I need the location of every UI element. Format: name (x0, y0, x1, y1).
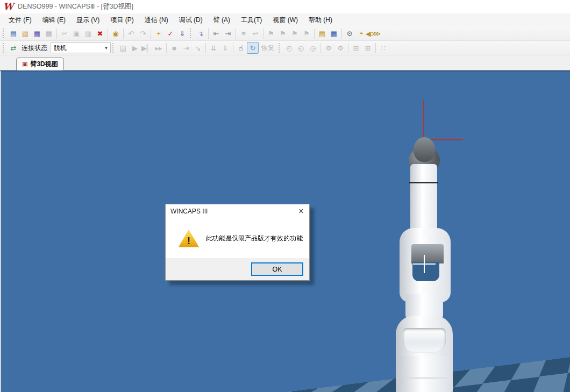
toolbar-separator (314, 28, 315, 39)
log-note-icon[interactable]: ▤ (316, 27, 328, 39)
title-bar: W DENSO999 - WINCAPSⅢ - [臂3D视图] (0, 0, 570, 13)
search-icon[interactable]: ◉ (110, 27, 122, 39)
run-icon: ▶ (129, 42, 141, 54)
toolbar-row-standard: ▤▧▦▦✂▣▥✖◉↶↷+✓⇓ ↴⇤⇥≡↩⚑⚑⚑⚑▤▦⚙◓◀⋙ (0, 26, 570, 41)
save-icon: ▦ (43, 27, 55, 39)
menu-help[interactable]: 帮助 (H) (303, 14, 338, 26)
robot-upper-arm-column (399, 356, 450, 392)
syntax-check-icon[interactable]: ✓ (165, 27, 176, 39)
document-tab-strip: ▣ 臂3D视图 (0, 55, 570, 70)
menu-view[interactable]: 显示 (V) (71, 14, 105, 26)
toolbar-row-debug: ⇄ 连接状态 脱机 ▼ ▤▶▶▏▸▸■⇥↘⇊⇓☝↻恢复 ◴◵◶⚙⚙⊞⊞∷ (0, 41, 570, 55)
menu-bar: 文件 (F)编辑 (E)显示 (V)项目 (P)通信 (N)调试 (D)臂 (A… (0, 13, 570, 26)
open-project-icon[interactable]: ▧ (19, 27, 31, 39)
stop-cycle-icon: ↘ (192, 42, 204, 54)
tab-arm-3d-view[interactable]: ▣ 臂3D视图 (16, 58, 64, 70)
toolbar-separator (56, 28, 57, 39)
dialog-title-bar[interactable]: WINCAPS III × (166, 204, 309, 218)
stop-step-icon: ⇥ (180, 42, 192, 54)
breakpoint-enable-icon: ⚑ (277, 27, 289, 39)
dialog-body: 此功能是仅限产品版才有效的功能 (166, 218, 309, 258)
robot-elbow-joint-cylinder (403, 328, 446, 353)
robot-tool-flange (414, 137, 435, 162)
robot-wrist-link (410, 164, 437, 234)
menu-window[interactable]: 视窗 (W) (267, 14, 303, 26)
toolbar-grip[interactable] (3, 43, 5, 53)
undo-icon: ↶ (125, 27, 137, 39)
insert-frame-icon[interactable]: ↴ (195, 27, 206, 39)
outdent-icon[interactable]: ⇤ (210, 27, 222, 39)
delete-icon[interactable]: ✖ (94, 27, 106, 39)
copy-icon: ▣ (70, 27, 82, 39)
toolbar-separator (348, 43, 348, 53)
combobox-arrow-icon[interactable]: ▼ (102, 46, 110, 51)
layout-window-icon: ⊞ (350, 42, 362, 54)
toolbar-separator (320, 43, 321, 53)
sound-monitor-icon[interactable]: ◀⋙ (367, 27, 379, 39)
toolbar-separator (263, 28, 263, 39)
toolbar-separator (123, 28, 124, 39)
toolbar-separator (236, 28, 236, 39)
toolbar-separator (108, 28, 108, 39)
dialog-close-icon[interactable]: × (293, 204, 309, 218)
menu-debug[interactable]: 调试 (D) (174, 14, 208, 26)
arm-3d-tab-icon: ▣ (22, 61, 27, 68)
robot-wrist-fork-gap (412, 262, 439, 281)
breakpoint-set-icon: ⚑ (265, 27, 277, 39)
indent-icon[interactable]: ⇥ (222, 27, 234, 39)
warning-icon (179, 230, 199, 247)
menu-project[interactable]: 项目 (P) (105, 14, 139, 26)
breakpoint-clear-icon: ⚑ (301, 27, 312, 39)
connect-icon[interactable]: ⇄ (8, 42, 19, 54)
add-item-icon[interactable]: + (153, 27, 165, 39)
window-title: DENSO999 - WINCAPSⅢ - [臂3D视图] (18, 2, 133, 11)
toolbar-run: ▤▶▶▏▸▸■⇥↘⇊⇓☝↻恢复 (117, 42, 277, 54)
toolbar-grip[interactable] (112, 43, 115, 53)
toolbar-standard: ▤▧▦▦✂▣▥✖◉↶↷+✓⇓ (8, 27, 188, 39)
align-back-icon: ↩ (250, 27, 261, 39)
toolbar-separator (208, 28, 209, 39)
stop-icon: ■ (168, 42, 180, 54)
menu-arm[interactable]: 臂 (A) (208, 14, 236, 26)
view-mode-toggle-icon[interactable]: ↻ (247, 42, 259, 54)
build-transfer-icon[interactable]: ⇓ (176, 27, 188, 39)
redo-icon: ↷ (137, 27, 149, 39)
sim-run-icon: ◴ (283, 42, 295, 54)
toolbar-grip[interactable] (3, 28, 5, 38)
menu-file[interactable]: 文件 (F) (3, 14, 37, 26)
menu-edit[interactable]: 编辑 (E) (37, 14, 71, 26)
new-project-icon[interactable]: ▤ (8, 27, 19, 39)
ok-button[interactable]: OK (251, 262, 303, 276)
toolbar-editor: ↴⇤⇥≡↩⚑⚑⚑⚑▤▦⚙◓◀⋙ (195, 27, 379, 39)
pause-all-icon: ⇓ (219, 42, 231, 54)
wincaps-message-dialog: WINCAPS III × 此功能是仅限产品版才有效的功能 OK (165, 204, 310, 281)
arm-operate-icon[interactable]: ⚙ (344, 27, 355, 39)
app-logo-icon: W (3, 2, 13, 11)
variable-table-icon[interactable]: ▦ (328, 27, 340, 39)
pause-icon: ⇊ (208, 42, 219, 54)
arm-config-icon: ⚙ (323, 42, 334, 54)
cut-icon: ✂ (59, 27, 70, 39)
toolbar-separator (233, 43, 233, 53)
toolbar-grip[interactable] (190, 28, 192, 38)
pan-hand-icon[interactable]: ☝ (235, 42, 247, 54)
step-run-icon: ▸▸ (153, 42, 165, 54)
tool-axis-marker-vertical (423, 99, 424, 140)
robot-wrist-joint-cylinder (411, 244, 444, 263)
dialog-message: 此功能是仅限产品版才有效的功能 (206, 234, 303, 243)
breakpoint-disable-icon: ⚑ (289, 27, 301, 39)
run-document-icon: ▤ (117, 42, 129, 54)
paste-icon: ▥ (82, 27, 94, 39)
toolbar-separator (375, 43, 376, 53)
connect-status-combobox[interactable]: 脱机 ▼ (51, 42, 111, 53)
toolbar-grip[interactable] (279, 43, 281, 53)
menu-comm[interactable]: 通信 (N) (139, 14, 174, 26)
align-list-icon: ≡ (238, 27, 250, 39)
save-all-icon[interactable]: ▦ (31, 27, 43, 39)
toolbar-separator (341, 28, 342, 39)
connect-status-label: 连接状态 (22, 44, 47, 53)
sim-upload-icon: ◶ (307, 42, 319, 54)
arm-3d-viewport[interactable]: WINCAPS III × 此功能是仅限产品版才有效的功能 OK (0, 70, 570, 392)
menu-tools[interactable]: 工具(T) (236, 14, 267, 26)
arm-config2-icon: ⚙ (334, 42, 346, 54)
